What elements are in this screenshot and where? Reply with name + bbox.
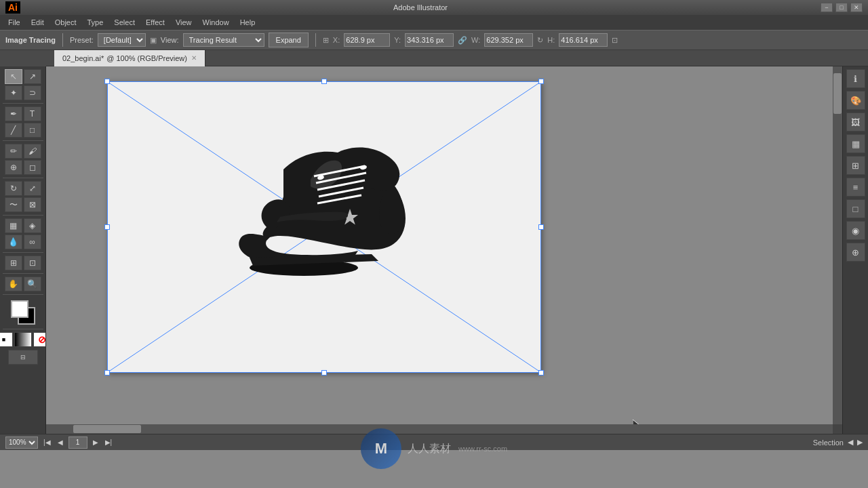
handle-bot-center[interactable] [321, 370, 327, 375]
align-panel-btn[interactable]: ▦ [846, 134, 865, 153]
tool-row-12: ✋ 🔍 [5, 277, 41, 291]
handle-mid-right[interactable] [538, 224, 544, 230]
transform-panel-btn[interactable]: ⊞ [846, 156, 865, 175]
nav-arrow-left[interactable]: ◀ [848, 438, 853, 447]
handle-top-left[interactable] [104, 79, 110, 84]
selection-tool[interactable]: ↖ [5, 69, 22, 84]
page-input[interactable] [68, 436, 87, 449]
tool-separator-2 [3, 140, 43, 141]
rotate-tool[interactable]: ↻ [5, 181, 22, 196]
menu-select[interactable]: Select [108, 17, 140, 28]
blob-brush-tool[interactable]: ⊕ [5, 160, 22, 175]
tool-row-5: ✏ 🖌 [5, 144, 41, 159]
v-scrollbar[interactable] [833, 66, 842, 424]
x-label: X: [333, 36, 340, 44]
h-input[interactable] [559, 33, 608, 47]
canvas-area[interactable] [46, 66, 842, 434]
image-panel-btn[interactable]: 🖼 [846, 113, 865, 131]
menu-view[interactable]: View [170, 17, 197, 28]
gradient-mode-btn[interactable]: ■ [14, 332, 32, 347]
menu-help[interactable]: Help [235, 17, 261, 28]
handle-bot-left[interactable] [104, 370, 110, 375]
menu-window[interactable]: Window [197, 17, 235, 28]
layers-panel-btn[interactable]: ⊕ [846, 243, 865, 262]
preset-select[interactable]: [Default] [98, 33, 146, 47]
zoom-tool[interactable]: 🔍 [24, 277, 41, 291]
brush-tool[interactable]: 🖌 [24, 144, 41, 159]
text-tool[interactable]: T [24, 106, 41, 121]
magic-wand-tool[interactable]: ✦ [5, 85, 22, 100]
nav-first[interactable]: |◀ [42, 439, 52, 446]
nav-arrow-right[interactable]: ▶ [857, 438, 863, 447]
nav-last[interactable]: ▶| [104, 439, 114, 446]
v-scroll-thumb[interactable] [833, 73, 842, 114]
blend-tool[interactable]: ∞ [24, 235, 41, 249]
menu-object[interactable]: Object [50, 17, 82, 28]
lasso-tool[interactable]: ⊃ [24, 85, 41, 100]
slice-tool[interactable]: ⊡ [24, 256, 41, 270]
tab-view: @ 100% (RGB/Preview) [106, 54, 187, 62]
artboard-tool[interactable]: ⊞ [5, 256, 22, 270]
handle-mid-left[interactable] [104, 224, 110, 230]
window-controls[interactable]: − □ ✕ [821, 3, 863, 12]
nav-next[interactable]: ▶ [92, 439, 100, 446]
h-scrollbar[interactable] [46, 424, 833, 434]
graph-tool[interactable]: ▦ [5, 218, 22, 233]
close-button[interactable]: ✕ [850, 3, 863, 12]
change-screen-btn[interactable]: ⊟ [8, 350, 38, 365]
nav-prev[interactable]: ◀ [56, 439, 64, 446]
maximize-button[interactable]: □ [835, 3, 848, 12]
color-area [8, 300, 38, 326]
menu-file[interactable]: File [3, 17, 26, 28]
tool-row-7: ↻ ⤢ [5, 181, 41, 196]
tab-bar: ◀ 02_begin.ai* @ 100% (RGB/Preview) ✕ [0, 50, 868, 66]
free-transform-tool[interactable]: ⊠ [24, 197, 41, 212]
handle-top-right[interactable] [538, 79, 544, 84]
tool-separator-8 [3, 329, 43, 329]
title-bar: Ai Adobe Illustrator − □ ✕ [0, 0, 868, 15]
shoe-silhouette [216, 115, 446, 305]
zoom-area[interactable]: 100% [5, 436, 38, 449]
y-input[interactable] [405, 33, 454, 47]
menu-bar: File Edit Object Type Select Effect View… [0, 15, 868, 30]
rect-tool[interactable]: □ [24, 123, 41, 138]
warp-tool[interactable]: 〜 [5, 197, 22, 212]
menu-edit[interactable]: Edit [26, 17, 50, 28]
gradient-panel-btn[interactable]: □ [846, 199, 865, 218]
direct-select-tool[interactable]: ↗ [24, 69, 41, 84]
tool-separator-3 [3, 178, 43, 178]
pen-tool[interactable]: ✒ [5, 106, 22, 121]
expand-button[interactable]: Expand [269, 33, 309, 47]
zoom-select[interactable]: 100% [5, 436, 38, 449]
gradient-tool[interactable]: ◈ [24, 218, 41, 233]
tab-close-button[interactable]: ✕ [191, 54, 197, 62]
tool-row-9: ▦ ◈ [5, 218, 41, 233]
appearance-panel-btn[interactable]: ◉ [846, 221, 865, 240]
scale-tool[interactable]: ⤢ [24, 181, 41, 196]
fill-color[interactable] [11, 300, 28, 318]
minimize-button[interactable]: − [821, 3, 833, 12]
menu-effect[interactable]: Effect [140, 17, 170, 28]
color-panel-btn[interactable]: 🎨 [846, 91, 865, 110]
stroke-panel-btn[interactable]: ≡ [846, 178, 865, 197]
menu-type[interactable]: Type [82, 17, 109, 28]
separator [62, 33, 63, 47]
pencil-tool[interactable]: ✏ [5, 144, 22, 159]
hand-tool[interactable]: ✋ [5, 277, 22, 291]
preset-label: Preset: [70, 36, 94, 44]
line-tool[interactable]: ╱ [5, 123, 22, 138]
w-input[interactable] [484, 33, 533, 47]
main-layout: ↖ ↗ ✦ ⊃ ✒ T ╱ □ ✏ 🖌 ⊕ ◻ ↻ ⤢ 〜 [0, 66, 868, 434]
tool-separator-5 [3, 252, 43, 253]
eraser-tool[interactable]: ◻ [24, 160, 41, 175]
h-scroll-thumb[interactable] [73, 425, 141, 433]
view-select[interactable]: Tracing Result [183, 33, 264, 47]
eyedropper-tool[interactable]: 💧 [5, 235, 22, 249]
color-mode-btn[interactable]: ■ [0, 332, 13, 347]
none-mode-btn[interactable]: ⊘ [33, 332, 47, 347]
x-input[interactable] [344, 33, 390, 47]
handle-top-center[interactable] [321, 79, 327, 84]
handle-bot-right[interactable] [538, 370, 544, 375]
document-tab[interactable]: 02_begin.ai* @ 100% (RGB/Preview) ✕ [54, 50, 205, 66]
info-panel-btn[interactable]: ℹ [846, 69, 865, 88]
